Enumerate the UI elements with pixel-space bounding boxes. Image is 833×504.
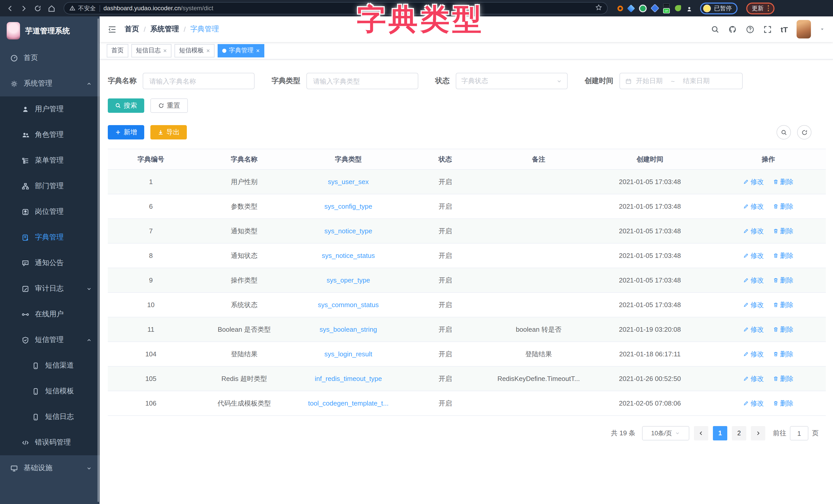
delete-link[interactable]: 删除: [773, 300, 793, 309]
home-icon[interactable]: [47, 4, 56, 13]
sidebar-item-home[interactable]: 首页: [0, 45, 100, 71]
edit-link[interactable]: 修改: [743, 399, 764, 408]
close-icon[interactable]: ×: [206, 47, 210, 54]
export-button[interactable]: 导出: [150, 125, 187, 140]
breadcrumb-system[interactable]: 系统管理: [150, 25, 179, 34]
extension-icon-2[interactable]: [627, 4, 635, 12]
tab-sms-log[interactable]: 短信日志×: [132, 44, 171, 57]
caret-down-icon[interactable]: [820, 27, 825, 32]
url-bar[interactable]: 不安全 dashboard.yudao.iocoder.cn/system/di…: [64, 2, 608, 14]
browser-menu-icon[interactable]: [767, 5, 769, 11]
table-refresh-button[interactable]: [797, 125, 811, 140]
back-icon[interactable]: [5, 4, 15, 13]
table-search-button[interactable]: [777, 125, 791, 140]
reset-button[interactable]: 重置: [150, 98, 188, 113]
sidebar-item-infra[interactable]: 基础设施: [0, 455, 100, 481]
sidebar-scrollbar[interactable]: [97, 19, 99, 502]
page-button-1[interactable]: 1: [713, 426, 727, 440]
tab-home[interactable]: 首页: [107, 44, 128, 57]
dict-type-link[interactable]: sys_common_status: [318, 301, 379, 309]
edit-link[interactable]: 修改: [743, 226, 764, 235]
sidebar-item-system[interactable]: 系统管理: [0, 71, 100, 96]
browser-profile-badge[interactable]: 已暂停: [700, 2, 737, 14]
sidebar-item-dict[interactable]: 字典管理: [0, 225, 100, 250]
edit-link[interactable]: 修改: [743, 202, 764, 211]
sidebar-item-depts[interactable]: 部门管理: [0, 173, 100, 199]
bookmark-star-icon[interactable]: [595, 4, 602, 13]
dict-type-link[interactable]: sys_notice_type: [324, 227, 372, 235]
dict-name-input[interactable]: [143, 73, 255, 89]
dict-type-link[interactable]: sys_oper_type: [327, 276, 370, 284]
extension-icon-1[interactable]: [617, 5, 623, 11]
delete-link[interactable]: 删除: [773, 325, 793, 334]
extension-icon-3[interactable]: [639, 4, 647, 12]
menu-fold-icon[interactable]: [108, 25, 117, 33]
edit-link[interactable]: 修改: [743, 276, 764, 285]
sidebar-item-menus[interactable]: 菜单管理: [0, 148, 100, 173]
github-icon[interactable]: [728, 25, 737, 33]
user-avatar[interactable]: [796, 20, 811, 39]
dict-type-link[interactable]: sys_notice_status: [322, 252, 375, 259]
forward-icon[interactable]: [19, 4, 28, 13]
delete-link[interactable]: 删除: [773, 251, 793, 260]
status-select[interactable]: 字典状态: [456, 73, 568, 89]
edit-link[interactable]: 修改: [743, 374, 764, 383]
delete-link[interactable]: 删除: [773, 399, 793, 408]
dict-type-link[interactable]: inf_redis_timeout_type: [315, 375, 382, 382]
delete-link[interactable]: 删除: [773, 276, 793, 285]
close-icon[interactable]: ×: [256, 47, 260, 54]
prev-page-button[interactable]: [694, 426, 708, 440]
sidebar-item-online-users[interactable]: 在线用户: [0, 301, 100, 327]
date-range-picker[interactable]: 开始日期 ~ 结束日期: [619, 73, 743, 89]
sidebar-item-users[interactable]: 用户管理: [0, 96, 100, 122]
extension-icon-5[interactable]: on: [663, 3, 670, 13]
edit-link[interactable]: 修改: [743, 251, 764, 260]
tab-dict[interactable]: 字典管理×: [218, 44, 264, 57]
help-icon[interactable]: [746, 25, 755, 33]
fullscreen-icon[interactable]: [763, 25, 772, 33]
search-icon[interactable]: [711, 25, 719, 33]
dict-type-input[interactable]: [306, 73, 418, 89]
edit-link[interactable]: 修改: [743, 300, 764, 309]
search-button[interactable]: 搜索: [108, 98, 144, 113]
sidebar-item-sms-channel[interactable]: 短信渠道: [0, 353, 100, 378]
sidebar-item-sms-template[interactable]: 短信模板: [0, 378, 100, 404]
dict-type-link[interactable]: sys_config_type: [324, 203, 372, 210]
breadcrumb-home[interactable]: 首页: [125, 25, 139, 34]
reload-icon[interactable]: [33, 4, 42, 13]
delete-link[interactable]: 删除: [773, 349, 793, 359]
breadcrumb-dict[interactable]: 字典管理: [190, 25, 219, 34]
edit-link[interactable]: 修改: [743, 349, 764, 359]
tab-sms-template[interactable]: 短信模板×: [174, 44, 215, 57]
dict-type-link[interactable]: sys_user_sex: [328, 178, 369, 185]
sidebar-item-audit-log[interactable]: 审计日志: [0, 276, 100, 301]
dict-type-link[interactable]: sys_login_result: [324, 350, 372, 358]
sidebar-item-sms-log[interactable]: 短信日志: [0, 404, 100, 430]
delete-link[interactable]: 删除: [773, 177, 793, 186]
extension-icon-6[interactable]: [675, 5, 681, 11]
delete-link[interactable]: 删除: [773, 374, 793, 383]
dict-type-link[interactable]: sys_boolean_string: [319, 326, 377, 333]
sidebar-item-roles[interactable]: 角色管理: [0, 122, 100, 148]
sidebar-item-sms[interactable]: 短信管理: [0, 327, 100, 353]
browser-update-button[interactable]: 更新: [746, 2, 775, 14]
security-chip[interactable]: 不安全: [69, 4, 96, 12]
add-button[interactable]: 新增: [108, 125, 144, 140]
extension-icon-4[interactable]: [650, 4, 659, 12]
font-size-icon[interactable]: tT: [781, 25, 788, 33]
delete-link[interactable]: 删除: [773, 226, 793, 235]
page-button-2[interactable]: 2: [732, 426, 746, 440]
sidebar-item-posts[interactable]: 岗位管理: [0, 199, 100, 225]
goto-page-input[interactable]: [790, 426, 808, 440]
dict-type-link[interactable]: tool_codegen_template_t...: [308, 399, 388, 407]
edit-link[interactable]: 修改: [743, 177, 764, 186]
logo[interactable]: 芋道管理系统: [0, 17, 100, 45]
edit-link[interactable]: 修改: [743, 325, 764, 334]
delete-link[interactable]: 删除: [773, 202, 793, 211]
close-icon[interactable]: ×: [163, 47, 167, 54]
extension-icon-7[interactable]: [686, 5, 692, 11]
sidebar-item-notice[interactable]: 通知公告: [0, 250, 100, 276]
page-size-select[interactable]: 10条/页: [642, 426, 689, 440]
sidebar-item-error-code[interactable]: 错误码管理: [0, 430, 100, 455]
next-page-button[interactable]: [751, 426, 765, 440]
